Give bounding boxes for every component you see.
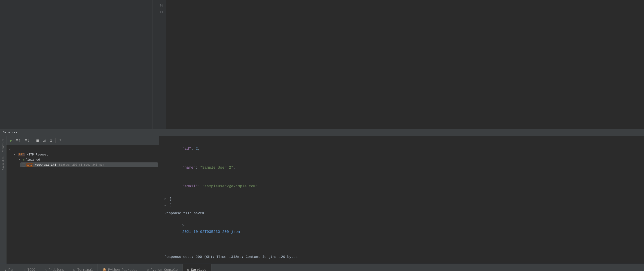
tab-terminal[interactable]: ▷ Terminal <box>69 264 98 271</box>
output-line-id: "id": 2, <box>164 140 638 158</box>
tree-item-finished[interactable]: ▾ ↻ Finished <box>17 157 158 162</box>
terminal-tab-label: Terminal <box>78 268 93 271</box>
services-tree-content: ⚙ ▾ API HTTP Request ▾ ↻ Finished A <box>6 145 159 264</box>
rest-api-label: rest-api_1#1 Status: 200 (1 sec, 348 ms) <box>35 163 104 166</box>
output-link-line: > 2021-10-02T035230.200.json <box>164 216 638 248</box>
run-tab-label: Run <box>8 268 14 271</box>
python-packages-tab-icon: 📦 <box>102 268 106 271</box>
fold-icon-2[interactable]: ⊟ <box>164 204 168 207</box>
vtab-structure[interactable]: Structure <box>1 137 6 154</box>
run-button[interactable]: ▶ <box>9 138 13 144</box>
problems-tab-icon: ⚠ <box>45 268 47 271</box>
text-cursor <box>183 236 183 240</box>
services-body: Structure Favorites ▶ ≡↑ ≡↓ ⊞ ⊿ ⚙ + ⚙ <box>0 136 644 264</box>
todo-tab-icon: ≡ <box>24 268 26 271</box>
tab-todo[interactable]: ≡ TODO <box>19 264 40 271</box>
tab-services[interactable]: ⊙ Services <box>182 264 212 271</box>
filter-button[interactable]: ⊿ <box>42 138 47 144</box>
tab-problems[interactable]: ⚠ Problems <box>40 264 69 271</box>
output-line-email: "email": "sampleuser2@example.com" <box>164 177 638 196</box>
vertical-tabs-left: Structure Favorites <box>0 136 6 264</box>
output-closing-bracket: ⊟ ] <box>164 202 638 208</box>
output-line-name: "name": "Sample User 2", <box>164 158 638 178</box>
services-header: Services <box>0 130 644 136</box>
output-response-info: Response code: 200 (OK); Time: 1348ms; C… <box>164 254 638 260</box>
fold-icon-1[interactable]: ⊟ <box>164 198 168 201</box>
services-container: Services Structure Favorites ▶ ≡↑ ≡↓ ⊞ ⊿… <box>0 130 644 264</box>
line-10: 10 <box>152 2 163 9</box>
vtab-favorites[interactable]: Favorites <box>1 154 6 172</box>
line-11: 11 <box>152 9 163 15</box>
run-tab-icon: ▶ <box>4 268 6 271</box>
python-packages-tab-label: Python Packages <box>108 268 137 271</box>
problems-tab-label: Problems <box>48 268 64 271</box>
bottom-bar: ▶ Run ≡ TODO ⚠ Problems ▷ Terminal 📦 Pyt… <box>0 264 644 271</box>
python-console-tab-icon: ⊙ <box>147 268 148 271</box>
tab-run[interactable]: ▶ Run <box>0 264 19 271</box>
checkbox-icon[interactable] <box>22 163 26 166</box>
tree-item-rest-api[interactable]: API rest-api_1#1 Status: 200 (1 sec, 348… <box>20 162 158 167</box>
services-toolbar: ▶ ≡↑ ≡↓ ⊞ ⊿ ⚙ + <box>6 136 159 145</box>
align-button[interactable]: ≡↑ <box>15 138 22 143</box>
editor-main: 10 11 <box>152 0 644 130</box>
editor-area: 10 11 <box>0 0 644 130</box>
output-prompt: > <box>182 224 187 228</box>
collapse-button[interactable]: ≡↓ <box>24 138 30 143</box>
tree-gear-row[interactable]: ⚙ <box>8 147 158 152</box>
add-button[interactable]: + <box>58 137 62 144</box>
services-output[interactable]: "id": 2, "name": "Sample User 2", "email… <box>159 136 644 264</box>
services-tab-icon: ⊙ <box>187 268 189 271</box>
line-numbers: 10 11 <box>152 0 166 130</box>
code-content[interactable] <box>171 0 644 130</box>
output-closing-brace: ⊟ } <box>164 196 638 202</box>
tab-python-packages[interactable]: 📦 Python Packages <box>98 264 142 271</box>
refresh-icon: ↻ <box>23 158 24 162</box>
json-file-link[interactable]: 2021-10-02T035230.200.json <box>182 230 240 234</box>
tab-python-console[interactable]: ⊙ Python Console <box>142 264 182 271</box>
terminal-tab-icon: ▷ <box>74 268 75 271</box>
http-request-label: HTTP Request <box>27 153 48 156</box>
separator-1 <box>33 138 33 143</box>
output-blank <box>164 248 638 254</box>
separator-2 <box>56 138 56 143</box>
settings-button[interactable]: ⚙ <box>49 138 53 144</box>
services-title: Services <box>3 131 17 134</box>
grid-button[interactable]: ⊞ <box>35 138 40 144</box>
todo-tab-label: TODO <box>28 268 35 271</box>
output-response-saved: Response file saved. <box>164 210 638 216</box>
chevron-down-icon: ▾ <box>14 153 17 156</box>
chevron-right-icon: ▾ <box>18 158 22 162</box>
gutter-icons <box>166 0 171 130</box>
api-icon: API <box>18 153 25 156</box>
tree-item-http-request[interactable]: ▾ API HTTP Request <box>12 152 158 157</box>
python-console-tab-label: Python Console <box>150 268 178 271</box>
gear-icon: ⚙ <box>9 148 11 151</box>
api-small-icon: API <box>26 163 33 166</box>
finished-label: Finished <box>26 158 40 162</box>
services-tab-label: Services <box>191 268 206 271</box>
left-panel <box>0 0 152 130</box>
services-tree: ▶ ≡↑ ≡↓ ⊞ ⊿ ⚙ + ⚙ ▾ API H <box>6 136 159 264</box>
